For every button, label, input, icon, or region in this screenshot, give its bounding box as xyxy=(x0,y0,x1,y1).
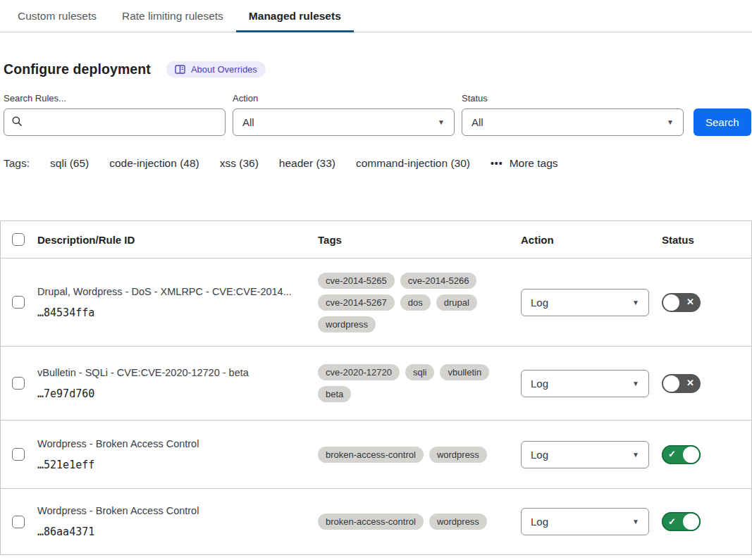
tag-pill: broken-access-control xyxy=(318,514,424,530)
status-filter-select[interactable]: All ▼ xyxy=(462,108,684,136)
rule-tags: cve-2020-12720 sqli vbulletin beta xyxy=(318,364,495,402)
tag-link-header[interactable]: header (33) xyxy=(279,157,335,170)
rule-description: Wordpress - Broken Access Control xyxy=(37,505,304,516)
column-header-description: Description/Rule ID xyxy=(37,234,318,246)
status-filter-group: Status All ▼ xyxy=(462,93,684,136)
action-filter-select[interactable]: All ▼ xyxy=(233,108,455,136)
heading-row: Configure deployment About Overrides xyxy=(0,32,752,77)
rule-id: …84534ffa xyxy=(37,306,304,319)
tag-pill: broken-access-control xyxy=(318,447,424,463)
tag-pill: wordpress xyxy=(429,447,487,463)
about-overrides-badge[interactable]: About Overrides xyxy=(166,61,266,77)
rule-id: …86aa4371 xyxy=(37,525,304,538)
tags-bar-label: Tags: xyxy=(4,157,30,170)
rule-action-select[interactable]: Log ▼ xyxy=(521,441,649,468)
tag-pill: wordpress xyxy=(429,514,487,530)
search-icon xyxy=(11,116,23,130)
check-icon: ✓ xyxy=(668,449,676,459)
more-tags-label: More tags xyxy=(510,157,558,170)
x-icon: ✕ xyxy=(686,378,694,387)
toggle-knob xyxy=(683,514,699,530)
tag-pill: dos xyxy=(400,294,431,311)
tag-link-code-injection[interactable]: code-injection (48) xyxy=(109,157,199,170)
tag-pill: beta xyxy=(318,386,351,402)
rule-action-select[interactable]: Log ▼ xyxy=(521,508,649,535)
toggle-knob xyxy=(683,447,699,463)
rule-tags: broken-access-control wordpress xyxy=(318,447,495,463)
rule-tags: cve-2014-5265 cve-2014-5266 cve-2014-526… xyxy=(318,273,495,332)
filters-row: Search Rules... Action All ▼ Status All … xyxy=(0,77,752,136)
column-header-action: Action xyxy=(521,234,662,246)
tab-rate-limiting-rulesets[interactable]: Rate limiting rulesets xyxy=(109,0,236,32)
about-overrides-label: About Overrides xyxy=(191,64,257,75)
chevron-down-icon: ▼ xyxy=(632,299,639,306)
rule-id: …521e1eff xyxy=(37,459,304,471)
tag-pill: cve-2020-12720 xyxy=(318,364,400,380)
rule-action-select[interactable]: Log ▼ xyxy=(521,370,649,397)
table-row: Wordpress - Broken Access Control …86aa4… xyxy=(1,489,751,555)
more-tags-button[interactable]: ••• More tags xyxy=(491,157,558,170)
rule-id: …7e97d760 xyxy=(37,387,304,400)
toggle-knob xyxy=(663,375,679,392)
tab-custom-rulesets[interactable]: Custom rulesets xyxy=(5,0,109,32)
select-all-checkbox[interactable] xyxy=(12,233,25,246)
check-icon: ✓ xyxy=(668,517,676,526)
tag-link-xss[interactable]: xss (36) xyxy=(220,157,259,170)
tag-pill: cve-2014-5265 xyxy=(318,273,395,289)
row-checkbox[interactable] xyxy=(12,377,25,390)
rule-action-value: Log xyxy=(531,516,548,528)
tag-pill: cve-2014-5266 xyxy=(400,273,477,289)
chevron-down-icon: ▼ xyxy=(632,518,639,525)
chevron-down-icon: ▼ xyxy=(667,118,674,126)
column-header-status: Status xyxy=(662,234,751,246)
column-header-tags: Tags xyxy=(318,234,521,246)
rules-table: Description/Rule ID Tags Action Status D… xyxy=(0,220,752,555)
status-filter-label: Status xyxy=(462,93,684,104)
rule-action-value: Log xyxy=(531,449,548,461)
rule-status-toggle[interactable]: ✕ ✓ xyxy=(662,445,701,464)
search-rules-box xyxy=(4,108,226,136)
status-filter-value: All xyxy=(471,116,483,128)
rule-status-toggle[interactable]: ✕ ✓ xyxy=(662,374,701,393)
tab-managed-rulesets[interactable]: Managed rulesets xyxy=(236,0,354,32)
ellipsis-icon: ••• xyxy=(491,158,503,169)
tag-pill: cve-2014-5267 xyxy=(318,294,395,311)
rule-description: vBulletin - SQLi - CVE:CVE-2020-12720 - … xyxy=(37,367,304,378)
tag-pill: vbulletin xyxy=(440,364,489,380)
row-checkbox[interactable] xyxy=(12,516,25,528)
table-row: vBulletin - SQLi - CVE:CVE-2020-12720 - … xyxy=(1,347,751,421)
table-row: Wordpress - Broken Access Control …521e1… xyxy=(1,421,751,489)
search-rules-label: Search Rules... xyxy=(4,93,226,104)
ruleset-tabbar: Custom rulesets Rate limiting rulesets M… xyxy=(0,0,752,32)
chevron-down-icon: ▼ xyxy=(632,380,639,387)
tag-pill: sqli xyxy=(405,364,435,380)
chevron-down-icon: ▼ xyxy=(438,118,445,126)
book-icon xyxy=(175,65,185,74)
rule-action-value: Log xyxy=(531,378,548,390)
search-rules-group: Search Rules... xyxy=(4,93,226,136)
tags-bar: Tags: sqli (65) code-injection (48) xss … xyxy=(0,136,752,170)
tag-pill: drupal xyxy=(436,294,477,311)
rule-status-toggle[interactable]: ✕ ✓ xyxy=(662,512,701,531)
search-button[interactable]: Search xyxy=(694,108,751,136)
rule-action-value: Log xyxy=(531,297,548,309)
rule-status-toggle[interactable]: ✕ ✓ xyxy=(662,293,701,312)
row-checkbox[interactable] xyxy=(12,448,25,461)
table-header-row: Description/Rule ID Tags Action Status xyxy=(1,221,751,259)
rule-description: Drupal, Wordpress - DoS - XMLRPC - CVE:C… xyxy=(37,286,304,297)
rule-action-select[interactable]: Log ▼ xyxy=(521,289,649,316)
action-filter-value: All xyxy=(242,116,254,128)
toggle-knob xyxy=(663,294,679,311)
tag-link-sqli[interactable]: sqli (65) xyxy=(50,157,89,170)
chevron-down-icon: ▼ xyxy=(632,451,639,459)
tag-link-command-injection[interactable]: command-injection (30) xyxy=(356,157,470,170)
x-icon: ✕ xyxy=(686,297,694,306)
table-row: Drupal, Wordpress - DoS - XMLRPC - CVE:C… xyxy=(1,259,751,347)
action-filter-group: Action All ▼ xyxy=(233,93,455,136)
rule-tags: broken-access-control wordpress xyxy=(318,514,495,530)
tag-pill: wordpress xyxy=(318,316,376,332)
action-filter-label: Action xyxy=(233,93,455,104)
search-rules-input[interactable] xyxy=(28,116,218,128)
row-checkbox[interactable] xyxy=(12,296,25,309)
rule-description: Wordpress - Broken Access Control xyxy=(37,438,304,449)
